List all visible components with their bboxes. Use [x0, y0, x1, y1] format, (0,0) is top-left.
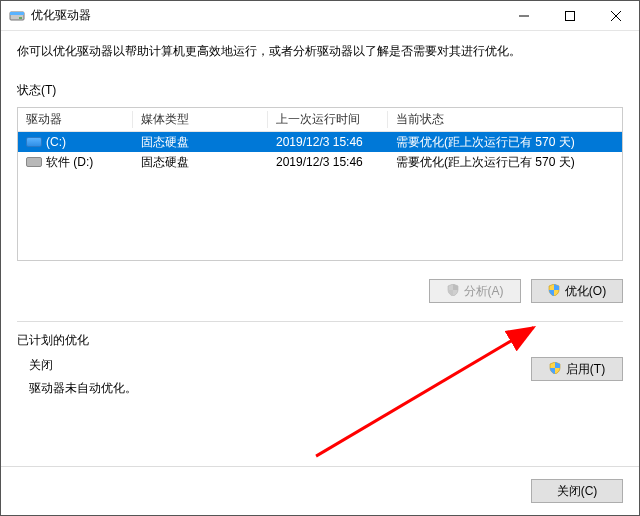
column-media-type[interactable]: 媒体类型 [133, 111, 268, 128]
optimize-button[interactable]: 优化(O) [531, 279, 623, 303]
drives-body: (C:) 固态硬盘 2019/12/3 15:46 需要优化(距上次运行已有 5… [18, 132, 622, 260]
drive-name: (C:) [46, 135, 66, 149]
optimize-label: 优化(O) [565, 283, 606, 300]
shield-icon [447, 284, 459, 299]
drive-row-c[interactable]: (C:) 固态硬盘 2019/12/3 15:46 需要优化(距上次运行已有 5… [18, 132, 622, 152]
window-title: 优化驱动器 [31, 7, 501, 24]
column-status[interactable]: 当前状态 [388, 111, 622, 128]
schedule-status: 关闭 驱动器未自动优化。 [17, 357, 137, 397]
drives-listview[interactable]: 驱动器 媒体类型 上一次运行时间 当前状态 (C:) 固态硬盘 2019/12/… [17, 107, 623, 261]
close-icon [611, 11, 621, 21]
minimize-button[interactable] [501, 1, 547, 30]
drive-name: 软件 (D:) [46, 154, 93, 171]
schedule-off-label: 关闭 [29, 357, 137, 374]
column-drive[interactable]: 驱动器 [18, 111, 133, 128]
drive-row-d[interactable]: 软件 (D:) 固态硬盘 2019/12/3 15:46 需要优化(距上次运行已… [18, 152, 622, 172]
column-last-run[interactable]: 上一次运行时间 [268, 111, 388, 128]
maximize-icon [565, 11, 575, 21]
schedule-header: 已计划的优化 [17, 332, 623, 349]
enable-button[interactable]: 启用(T) [531, 357, 623, 381]
footer: 关闭(C) [1, 466, 639, 515]
schedule-section: 已计划的优化 关闭 驱动器未自动优化。 启用(T) [17, 321, 623, 397]
titlebar: 优化驱动器 [1, 1, 639, 31]
close-button[interactable] [593, 1, 639, 30]
drive-status: 需要优化(距上次运行已有 570 天) [388, 134, 622, 151]
drive-media: 固态硬盘 [133, 134, 268, 151]
schedule-note: 驱动器未自动优化。 [29, 380, 137, 397]
app-icon [9, 8, 25, 24]
analyze-button: 分析(A) [429, 279, 521, 303]
drives-header: 驱动器 媒体类型 上一次运行时间 当前状态 [18, 108, 622, 132]
content-area: 你可以优化驱动器以帮助计算机更高效地运行，或者分析驱动器以了解是否需要对其进行优… [1, 31, 639, 466]
enable-label: 启用(T) [566, 361, 605, 378]
drive-icon [26, 137, 42, 147]
description-text: 你可以优化驱动器以帮助计算机更高效地运行，或者分析驱动器以了解是否需要对其进行优… [17, 43, 623, 60]
drive-icon [26, 157, 42, 167]
analyze-label: 分析(A) [464, 283, 504, 300]
drive-status: 需要优化(距上次运行已有 570 天) [388, 154, 622, 171]
minimize-icon [519, 11, 529, 21]
close-label: 关闭(C) [557, 483, 598, 500]
svg-rect-2 [19, 17, 22, 19]
drive-last-run: 2019/12/3 15:46 [268, 135, 388, 149]
drive-media: 固态硬盘 [133, 154, 268, 171]
maximize-button[interactable] [547, 1, 593, 30]
status-label: 状态(T) [17, 82, 623, 99]
shield-icon [548, 284, 560, 299]
window-controls [501, 1, 639, 30]
svg-rect-1 [10, 12, 24, 15]
svg-rect-4 [566, 11, 575, 20]
drive-last-run: 2019/12/3 15:46 [268, 155, 388, 169]
optimize-drives-window: 优化驱动器 你可以优化驱动器以帮助计算机更高效地运行，或者分析驱动器以了解是否需… [0, 0, 640, 516]
action-buttons: 分析(A) 优化(O) [17, 279, 623, 303]
close-dialog-button[interactable]: 关闭(C) [531, 479, 623, 503]
shield-icon [549, 362, 561, 377]
